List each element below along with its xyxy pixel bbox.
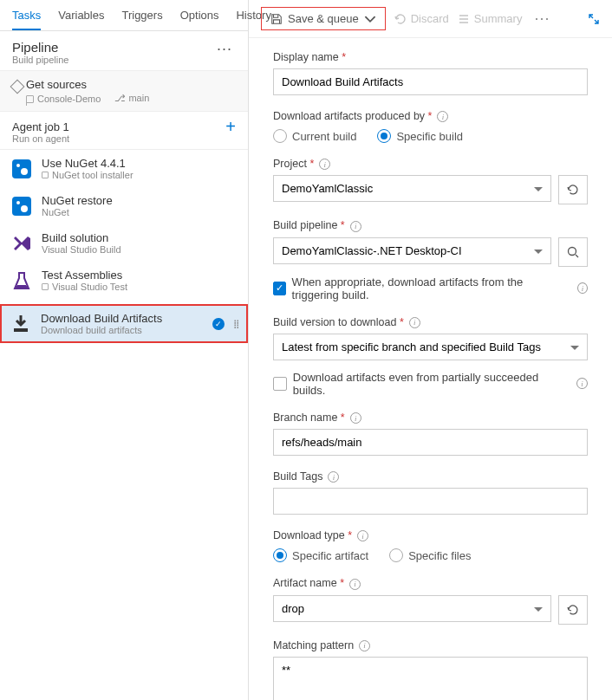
radio-specific-files[interactable]: Specific files [389,548,471,562]
expand-icon [588,13,600,25]
build-tags-input[interactable] [273,488,588,515]
svg-point-4 [16,201,20,204]
tab-variables[interactable]: Variables [58,0,104,30]
task-test-assemblies[interactable]: Test Assemblies Visual Studio Test [0,262,248,299]
task-sub: NuGet tool installer [42,170,238,180]
pipeline-more[interactable]: ··· [213,40,236,58]
matching-pattern-input[interactable] [273,657,588,700]
svg-point-2 [21,168,28,175]
info-icon[interactable]: i [409,317,420,328]
task-download-artifacts[interactable]: Download Build Artifacts Download build … [0,304,248,343]
sources-branch: ⎇ main [114,93,149,104]
svg-point-1 [16,164,20,167]
task-name: NuGet restore [42,194,238,207]
task-nuget-restore[interactable]: NuGet restore NuGet [0,187,248,224]
build-tags-label: Build Tagsi [273,470,339,483]
agent-title: Agent job 1 [12,120,69,133]
partial-success-label: Download artifacts even from partially s… [293,371,571,397]
task-name: Test Assemblies [42,269,238,282]
save-icon [270,13,283,25]
download-type-label: Download type *i [273,529,368,541]
info-icon[interactable]: i [350,221,361,232]
info-icon[interactable]: i [319,159,330,170]
add-task-button[interactable]: + [225,120,236,133]
radio-current-build[interactable]: Current build [273,129,356,143]
pipeline-title: Pipeline [12,40,68,55]
search-button[interactable] [558,237,588,267]
refresh-icon [566,603,580,617]
svg-rect-0 [12,159,31,178]
task-valid-icon: ✓ [212,318,225,330]
tab-tasks[interactable]: Tasks [12,0,41,30]
discard-button[interactable]: Discard [394,12,449,25]
partial-success-checkbox[interactable] [273,377,287,391]
info-icon[interactable]: i [349,579,361,590]
tab-triggers[interactable]: Triggers [121,0,162,30]
info-icon[interactable]: i [359,640,370,651]
task-name: Build solution [42,231,238,244]
task-sub: NuGet [42,207,238,217]
triggering-download-checkbox[interactable]: ✓ [273,282,286,295]
task-sub: Visual Studio Build [42,244,238,255]
vs-icon [10,232,33,255]
build-version-label: Build version to download *i [273,316,420,328]
summary-label: Summary [474,12,523,25]
get-sources[interactable]: Get sources Console-Demo ⎇ main [0,70,248,112]
search-icon [566,245,580,259]
info-icon[interactable]: i [357,530,368,541]
svg-rect-6 [14,328,28,332]
drag-handle[interactable]: ⁞⁞ [233,321,238,327]
svg-rect-3 [12,197,31,216]
build-pipeline-select[interactable] [273,237,551,264]
nuget-icon [10,158,33,180]
task-sub: Download build artifacts [41,325,204,335]
build-version-select[interactable] [273,334,588,360]
tab-options[interactable]: Options [180,0,219,30]
info-icon[interactable]: i [328,471,339,483]
task-sub: Visual Studio Test [42,282,238,292]
download-icon [10,313,32,335]
sources-repo: Console-Demo [26,94,101,104]
radio-specific-artifact[interactable]: Specific artifact [273,548,368,562]
triggering-download-label: When appropriate, download artifacts fro… [292,275,572,301]
sources-title: Get sources [26,78,236,91]
info-icon[interactable]: i [350,412,361,424]
save-queue-label: Save & queue [288,12,359,25]
flask-icon [10,269,33,292]
refresh-button[interactable] [558,175,588,204]
discard-icon [394,13,407,25]
info-icon[interactable]: i [577,282,588,294]
radio-specific-build[interactable]: Specific build [377,129,463,143]
project-select[interactable] [273,175,551,202]
build-pipeline-label: Build pipeline *i [273,219,361,231]
agent-job[interactable]: Agent job 1 Run on agent + [0,112,248,150]
artifact-name-select[interactable] [273,595,551,622]
refresh-button[interactable] [558,595,588,625]
task-name: Download Build Artifacts [41,312,204,325]
nuget-icon [10,195,33,217]
task-name: Use NuGet 4.4.1 [42,157,238,170]
summary-icon [458,13,470,25]
display-name-input[interactable] [273,68,588,95]
expand-button[interactable] [588,13,600,25]
task-build-solution[interactable]: Build solution Visual Studio Build [0,224,248,262]
task-use-nuget[interactable]: Use NuGet 4.4.1 NuGet tool installer [0,150,248,187]
branch-name-label: Branch name *i [273,412,361,424]
matching-pattern-label: Matching patterni [273,639,370,651]
discard-label: Discard [411,12,449,25]
info-icon[interactable]: i [437,111,448,122]
toolbar-more[interactable]: ··· [531,10,553,28]
display-name-label: Display name * [273,51,346,63]
svg-point-7 [569,247,576,255]
pipeline-header[interactable]: Pipeline Build pipeline ··· [0,31,248,70]
save-queue-button[interactable]: Save & queue [261,7,386,30]
info-icon[interactable]: i [576,378,588,389]
agent-subtitle: Run on agent [12,133,69,144]
branch-name-input[interactable] [273,429,588,456]
project-label: Project *i [273,158,330,170]
svg-point-5 [21,205,28,212]
summary-button[interactable]: Summary [458,12,523,25]
chevron-down-icon [364,13,376,25]
artifact-name-label: Artifact name *i [273,577,361,589]
produced-by-label: Download artifacts produced by *i [273,110,448,122]
